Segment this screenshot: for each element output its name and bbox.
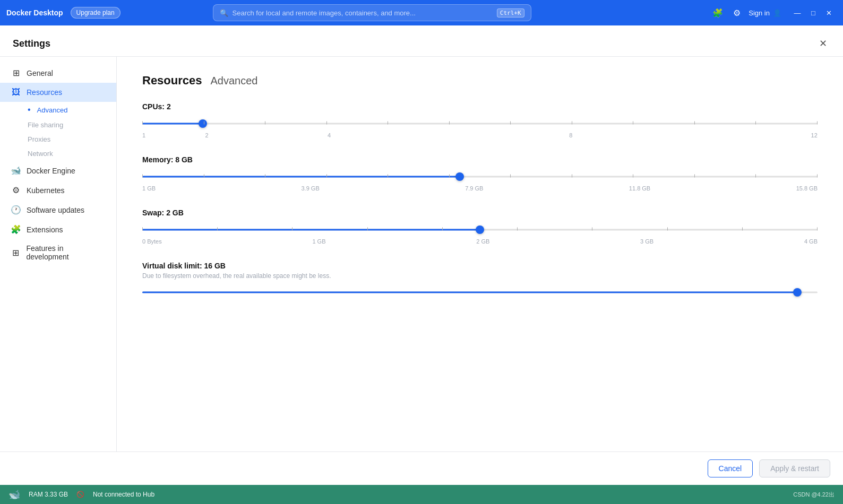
close-window-button[interactable]: ✕ xyxy=(822,5,837,20)
sidebar-item-features-dev[interactable]: ⊞ Features in development xyxy=(0,239,116,266)
user-icon: 👤 xyxy=(773,9,781,17)
global-search[interactable]: 🔍 Search for local and remote images, co… xyxy=(213,4,531,21)
resources-icon: 🖼 xyxy=(11,88,21,97)
cpu-slider-visual xyxy=(142,118,818,129)
swap-section: Swap: 2 GB xyxy=(142,208,818,245)
sidebar-item-label: Resources xyxy=(27,88,62,97)
settings-body: ⊞ General 🖼 Resources Advanced File shar… xyxy=(0,57,843,451)
search-placeholder: Search for local and remote images, cont… xyxy=(233,9,416,17)
cancel-button[interactable]: Cancel xyxy=(708,459,753,477)
sidebar-subitem-proxies[interactable]: Proxies xyxy=(0,132,116,146)
settings-sidebar: ⊞ General 🖼 Resources Advanced File shar… xyxy=(0,57,117,451)
network-icon: 🚫 xyxy=(76,491,84,498)
sidebar-item-label: Software updates xyxy=(27,206,84,214)
sidebar-item-label: Kubernetes xyxy=(27,186,65,195)
settings-footer: Cancel Apply & restart xyxy=(0,451,843,485)
statusbar-right: CSDN @4.22出 xyxy=(793,491,835,499)
sidebar-item-extensions[interactable]: 🧩 Extensions xyxy=(0,220,116,239)
maximize-button[interactable]: □ xyxy=(806,5,821,20)
cpu-progress xyxy=(142,123,203,125)
content-title: Resources xyxy=(142,74,202,88)
cpu-track xyxy=(142,123,818,125)
general-icon: ⊞ xyxy=(11,68,21,78)
upgrade-plan-button[interactable]: Upgrade plan xyxy=(71,7,121,19)
memory-thumb[interactable] xyxy=(455,172,464,181)
proxies-label: Proxies xyxy=(28,135,50,143)
settings-window: Settings ✕ ⊞ General 🖼 Resources Advance… xyxy=(0,25,843,485)
sidebar-item-general[interactable]: ⊞ General xyxy=(0,63,116,83)
sidebar-subitem-file-sharing[interactable]: File sharing xyxy=(0,118,116,132)
memory-slider-visual xyxy=(142,171,818,182)
content-subtitle: Advanced xyxy=(211,75,258,87)
cpu-section: CPUs: 2 xyxy=(142,102,818,138)
software-updates-icon: 🕐 xyxy=(11,205,21,215)
minimize-button[interactable]: — xyxy=(790,5,805,20)
cpu-labels: 1 2 4 8 12 xyxy=(142,132,818,138)
disk-subtitle: Due to filesystem overhead, the real ava… xyxy=(142,272,818,280)
sidebar-item-resources[interactable]: 🖼 Resources xyxy=(0,83,116,102)
sidebar-item-label: General xyxy=(27,69,53,77)
disk-progress xyxy=(142,292,797,293)
settings-header: Settings ✕ xyxy=(0,25,843,57)
sidebar-subitem-network[interactable]: Network xyxy=(0,146,116,161)
sidebar-item-kubernetes[interactable]: ⚙ Kubernetes xyxy=(0,180,116,200)
content-header: Resources Advanced xyxy=(142,74,818,88)
network-label: Not connected to Hub xyxy=(93,491,154,498)
swap-slider-visual xyxy=(142,224,818,235)
disk-thumb[interactable] xyxy=(793,288,802,297)
memory-progress xyxy=(142,176,460,178)
kubernetes-icon: ⚙ xyxy=(11,185,21,195)
signin-label: Sign in xyxy=(749,9,770,17)
extensions-sidebar-icon: 🧩 xyxy=(11,224,21,234)
cpu-label: CPUs: 2 xyxy=(142,102,818,111)
search-shortcut: Ctrl+K xyxy=(497,8,524,18)
disk-slider-visual xyxy=(142,287,818,298)
statusbar: 🐋 RAM 3.33 GB 🚫 Not connected to Hub CSD… xyxy=(0,485,843,504)
extensions-icon[interactable]: 🧩 xyxy=(710,5,725,20)
main-content: Resources Advanced CPUs: 2 xyxy=(117,57,843,451)
cpu-thumb[interactable] xyxy=(199,119,207,128)
disk-section: Virtual disk limit: 16 GB Due to filesys… xyxy=(142,262,818,298)
sidebar-item-label: Extensions xyxy=(27,225,63,234)
memory-labels: 1 GB 3.9 GB 7.9 GB 11.8 GB 15.8 GB xyxy=(142,185,818,192)
sidebar-item-label: Features in development xyxy=(26,244,106,261)
apply-restart-button[interactable]: Apply & restart xyxy=(759,459,830,477)
titlebar: Docker Desktop Upgrade plan 🔍 Search for… xyxy=(0,0,843,25)
settings-close-button[interactable]: ✕ xyxy=(815,36,830,51)
window-controls: — □ ✕ xyxy=(790,5,837,20)
features-icon: ⊞ xyxy=(11,248,21,258)
app-brand: Docker Desktop xyxy=(6,8,63,17)
sidebar-item-software-updates[interactable]: 🕐 Software updates xyxy=(0,200,116,220)
settings-title: Settings xyxy=(13,38,50,49)
docker-engine-icon: 🐋 xyxy=(11,166,21,176)
swap-labels: 0 Bytes 1 GB 2 GB 3 GB 4 GB xyxy=(142,238,818,245)
network-label: Network xyxy=(28,150,53,158)
sidebar-item-label: Docker Engine xyxy=(27,167,75,175)
sidebar-subitem-advanced[interactable]: Advanced xyxy=(0,102,116,118)
file-sharing-label: File sharing xyxy=(28,121,63,129)
memory-section: Memory: 8 GB xyxy=(142,155,818,192)
disk-title: Virtual disk limit: 16 GB xyxy=(142,262,818,270)
swap-progress xyxy=(142,229,480,231)
memory-label: Memory: 8 GB xyxy=(142,155,818,164)
signin-button[interactable]: Sign in 👤 xyxy=(749,9,781,17)
swap-label: Swap: 2 GB xyxy=(142,208,818,217)
swap-thumb[interactable] xyxy=(476,225,484,234)
advanced-label: Advanced xyxy=(37,106,68,114)
sidebar-item-docker-engine[interactable]: 🐋 Docker Engine xyxy=(0,161,116,180)
search-icon: 🔍 xyxy=(220,9,228,17)
whale-icon: 🐋 xyxy=(8,489,20,500)
disk-info: Virtual disk limit: 16 GB Due to filesys… xyxy=(142,262,818,280)
titlebar-actions: 🧩 ⚙ Sign in 👤 — □ ✕ xyxy=(710,5,837,20)
ram-label: RAM 3.33 GB xyxy=(29,491,68,498)
settings-icon[interactable]: ⚙ xyxy=(729,5,744,20)
